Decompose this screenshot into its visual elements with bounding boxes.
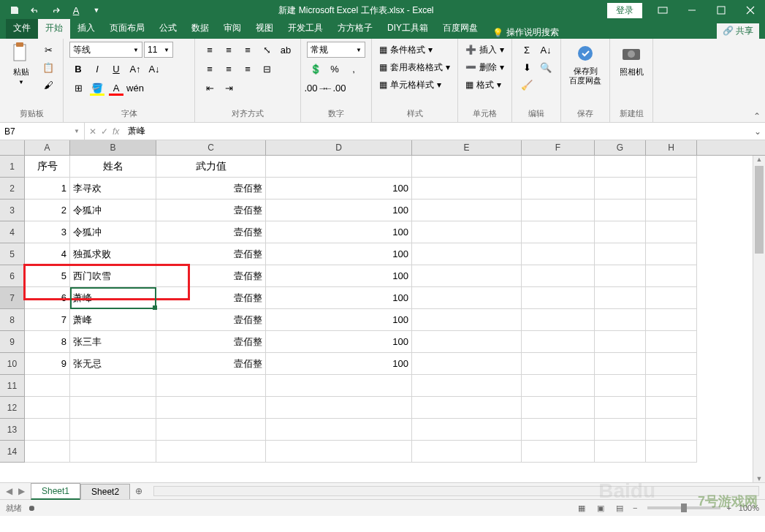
cell[interactable]: 100 [266,353,412,375]
cell[interactable] [595,200,646,221]
cell[interactable]: 2 [25,200,70,221]
enter-formula-icon[interactable]: ✓ [101,126,108,137]
login-button[interactable]: 登录 [607,3,642,18]
cell[interactable] [412,156,522,178]
cell[interactable]: 100 [266,287,412,309]
cell[interactable]: 100 [266,243,412,265]
comma-icon[interactable]: , [345,61,362,77]
cell[interactable] [522,397,595,419]
save-icon[interactable] [6,1,23,19]
cell[interactable]: 3 [25,221,70,243]
cell[interactable] [70,397,156,419]
cell[interactable] [522,178,595,200]
cancel-formula-icon[interactable]: ✕ [89,126,96,137]
tab-pagelayout[interactable]: 页面布局 [102,19,152,39]
tab-developer[interactable]: 开发工具 [281,19,330,39]
cell[interactable] [25,375,70,397]
tab-insert[interactable]: 插入 [70,19,102,39]
cell[interactable] [25,419,70,441]
cell[interactable]: 100 [266,221,412,243]
tell-me-search[interactable]: 💡 操作说明搜索 [485,26,566,39]
cell[interactable] [70,375,156,397]
cell[interactable] [412,331,522,353]
cell[interactable] [595,265,646,287]
cell[interactable] [646,287,697,309]
scrollbar-thumb[interactable] [755,166,764,254]
row-header-4[interactable]: 4 [0,221,25,243]
minimize-icon[interactable] [677,0,707,20]
tab-formulas[interactable]: 公式 [152,19,184,39]
cell[interactable]: 9 [25,353,70,375]
cell[interactable] [522,156,595,178]
cell[interactable] [156,397,266,419]
cell[interactable] [595,419,646,441]
cell[interactable]: 张无忌 [70,353,156,375]
cell[interactable] [522,243,595,265]
row-header-7[interactable]: 7 [0,287,25,309]
cell[interactable]: 100 [266,200,412,221]
cell[interactable] [595,309,646,331]
cell[interactable]: 李寻欢 [70,178,156,200]
cell[interactable]: 7 [25,309,70,331]
increase-font-icon[interactable]: A↑ [126,61,144,77]
cell[interactable] [522,375,595,397]
cell[interactable] [595,221,646,243]
align-right-icon[interactable]: ≡ [239,61,256,77]
underline-button[interactable]: U [107,61,125,77]
find-icon[interactable]: 🔍 [537,59,555,75]
zoom-in-icon[interactable]: + [726,503,731,512]
name-box[interactable]: B7 ▼ [0,123,85,140]
cell[interactable]: 6 [25,287,70,309]
cell[interactable] [412,375,522,397]
currency-icon[interactable]: 💲 [307,61,324,77]
align-center-icon[interactable]: ≡ [220,61,237,77]
cell[interactable] [646,309,697,331]
row-header-9[interactable]: 9 [0,331,25,353]
align-top-icon[interactable]: ≡ [201,42,218,58]
zoom-level[interactable]: 100% [739,503,759,512]
maximize-icon[interactable] [707,0,736,20]
cell[interactable] [412,200,522,221]
cell[interactable] [595,397,646,419]
insert-cells-button[interactable]: ➕插入 ▾ [464,42,506,58]
cell[interactable] [522,419,595,441]
decrease-indent-icon[interactable]: ⇤ [201,80,218,96]
zoom-slider[interactable] [647,506,720,509]
font-color-icon[interactable]: A [107,80,125,96]
bold-button[interactable]: B [69,61,87,77]
normal-view-icon[interactable]: ▦ [573,501,590,514]
conditional-format-button[interactable]: ▦条件格式 ▾ [378,42,434,58]
cell[interactable]: 武力值 [156,156,266,178]
border-icon[interactable]: ⊞ [69,80,87,96]
column-header-F[interactable]: F [522,140,595,155]
clear-icon[interactable]: 🧹 [518,77,536,93]
sheet-tab-2[interactable]: Sheet2 [80,484,130,499]
cell[interactable] [412,243,522,265]
expand-formula-icon[interactable]: ⌄ [750,126,765,137]
align-left-icon[interactable]: ≡ [201,61,218,77]
cell[interactable] [412,441,522,463]
fx-icon[interactable]: fx [113,126,119,137]
cell[interactable]: 壹佰整 [156,178,266,200]
select-all-corner[interactable] [0,140,25,155]
collapse-ribbon-icon[interactable]: ⌃ [753,111,761,121]
cell[interactable] [156,441,266,463]
row-header-10[interactable]: 10 [0,353,25,375]
column-header-H[interactable]: H [646,140,697,155]
tab-home[interactable]: 开始 [38,19,70,39]
merge-icon[interactable]: ⊟ [258,61,275,77]
cell[interactable] [595,375,646,397]
cell[interactable] [646,265,697,287]
cell[interactable]: 壹佰整 [156,200,266,221]
cell[interactable]: 张三丰 [70,331,156,353]
format-cells-button[interactable]: ▦格式 ▾ [464,77,503,93]
cell[interactable]: 壹佰整 [156,243,266,265]
fill-icon[interactable]: ⬇ [518,59,536,75]
cell[interactable] [646,331,697,353]
cell[interactable] [70,419,156,441]
row-header-12[interactable]: 12 [0,397,25,419]
ribbon-display-icon[interactable] [648,0,677,20]
cell[interactable]: 西门吹雪 [70,265,156,287]
cell[interactable]: 壹佰整 [156,287,266,309]
sort-filter-icon[interactable]: A↓ [537,42,555,58]
